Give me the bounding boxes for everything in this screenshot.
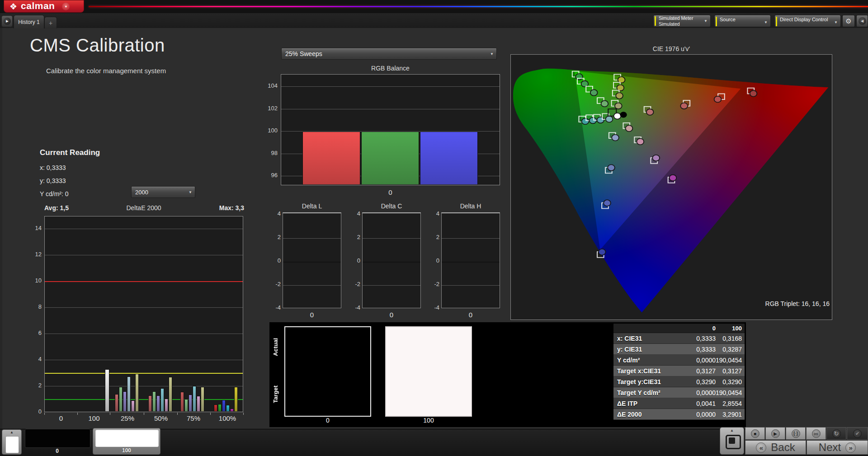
meter-status-bar <box>655 16 656 26</box>
calman-menu-button[interactable]: ❖ calman ▼ <box>4 0 84 13</box>
display-mode-control[interactable]: ▲ <box>720 427 744 455</box>
deltae-bar <box>222 400 226 412</box>
window-pattern-icon <box>726 435 741 449</box>
cie-measured-point <box>626 125 633 132</box>
step-button[interactable]: [·] <box>786 427 806 440</box>
refresh-button[interactable]: ↻ <box>826 427 846 440</box>
deltae-bar <box>214 404 217 412</box>
row-label: ΔE 2000 <box>613 411 686 418</box>
deltae-bar <box>115 394 118 412</box>
confirm-button[interactable]: ✔ <box>847 427 868 440</box>
tab-scroll-button[interactable]: ▶ <box>1 15 13 27</box>
calman-logo-text: calman <box>21 0 55 11</box>
table-header: 0100 <box>613 324 745 333</box>
deltae-bar <box>193 386 196 412</box>
display-control-dropdown[interactable]: Direct Display Control ▼ <box>774 15 841 27</box>
stop-button[interactable]: ■ <box>745 427 765 440</box>
stop-icon: ■ <box>754 431 756 436</box>
patch-100-label: 100 <box>385 417 472 424</box>
target-row-label: Target <box>272 385 279 403</box>
tab-scroll-icon: ▶ <box>4 18 11 25</box>
y-tick-label: -2 <box>350 281 360 287</box>
cie-measured-point <box>637 139 644 145</box>
y-tick-label: 0 <box>350 257 360 264</box>
chevron-down-icon: ▼ <box>834 20 838 24</box>
deltae-bar <box>123 391 127 412</box>
row-label: Target y:CIE31 <box>613 378 686 385</box>
y-tick-label: 4 <box>32 356 42 362</box>
row-label: x: CIE31 <box>613 335 686 342</box>
sweeps-dropdown[interactable]: 25% Sweeps ▼ <box>281 48 497 60</box>
cie-measured-point <box>612 135 619 141</box>
deltae-bar <box>131 400 135 412</box>
top-bar: ❖ calman ▼ <box>0 0 868 13</box>
cie-measured-point <box>615 103 622 109</box>
row-value: 0,0000 <box>686 411 716 418</box>
next-label: Next <box>819 441 841 454</box>
row-value: 0,3290 <box>686 378 716 385</box>
deltae-2000-chart: Avg: 1,5 DeltaE 2000 Max: 3,3 1412108642… <box>32 204 246 430</box>
next-button[interactable]: Next » <box>807 440 868 455</box>
up-arrow-icon: ▲ <box>720 428 744 432</box>
sweeps-value: 25% Sweeps <box>282 50 487 57</box>
table-row: Y cd/m²0,0000190,0454 <box>613 355 745 366</box>
delta-chart-x-label: 0 <box>283 311 341 319</box>
calman-diamond-icon: ❖ <box>9 2 17 11</box>
deltae-bar <box>230 409 234 412</box>
cie-measured-point <box>601 101 608 107</box>
deltae-bar <box>105 369 109 412</box>
deltae-bar <box>180 392 184 412</box>
window-size-dropdown[interactable]: 2000 ▼ <box>131 186 195 198</box>
display-dropdown-label: Direct Display Control <box>780 17 831 23</box>
deltae-title: DeltaE 2000 <box>44 204 243 212</box>
y-tick-label: -2 <box>429 281 439 287</box>
deltae-bar <box>184 399 188 412</box>
tab-history-1[interactable]: History 1 <box>14 15 44 28</box>
gridline <box>442 285 500 286</box>
source-dropdown[interactable]: Source ▼ <box>714 15 771 27</box>
gridline <box>45 386 243 386</box>
pattern-100-button[interactable]: 100 <box>93 428 160 455</box>
cie-measured-point <box>590 89 598 96</box>
chevron-down-icon: ▼ <box>704 19 708 23</box>
row-value: 0,3168 <box>716 335 744 342</box>
cie-measured-point <box>599 249 606 255</box>
row-value: 190,0454 <box>716 389 744 396</box>
deltae-bar <box>156 395 160 412</box>
table-row: ΔE ITP0,00412,8554 <box>613 398 745 409</box>
rgb-balance-x-label: 0 <box>281 188 500 196</box>
settings-button[interactable]: ⚙ <box>842 15 855 27</box>
pattern-0-button[interactable] <box>25 429 90 448</box>
row-label: y: CIE31 <box>613 346 686 353</box>
deltae-bar <box>197 396 200 412</box>
source-status-bar <box>716 17 717 26</box>
cie-measured-point <box>652 155 660 161</box>
deltae-bar <box>201 387 204 412</box>
y-tick-label: 100 <box>262 127 278 134</box>
cie-1976-diagram <box>510 54 832 320</box>
tab-bar: ▶ History 1 + Simulated MeterSimulated ▼… <box>0 13 868 28</box>
window-size-value: 2000 <box>132 189 186 196</box>
y-tick-label: 0 <box>32 408 42 415</box>
meter-dropdown[interactable]: Simulated MeterSimulated ▼ <box>653 15 711 27</box>
display-status-bar <box>776 17 777 26</box>
loop-button[interactable]: ∞ <box>806 427 826 440</box>
cie-measured-point <box>576 74 583 80</box>
logo-caret-icon[interactable]: ▼ <box>62 3 70 10</box>
y-tick-label: 4 <box>271 210 281 217</box>
x-tick-label: 50% <box>147 414 175 422</box>
pattern-window-control[interactable]: ▲ <box>2 429 22 455</box>
add-tab-button[interactable]: + <box>44 17 57 28</box>
cie-title: CIE 1976 u'v' <box>510 45 832 52</box>
collapse-panel-button[interactable]: ◀ <box>856 15 868 27</box>
table-row: Target x:CIE310,31270,3127 <box>613 366 745 376</box>
row-label: Y cd/m² <box>613 357 686 364</box>
y-tick-label: 8 <box>32 303 42 310</box>
delta-chart-x-label: 0 <box>441 311 500 319</box>
row-value: 3,2901 <box>716 411 744 418</box>
row-value: 0,3287 <box>716 346 744 353</box>
gridline <box>45 360 243 360</box>
play-button[interactable]: ▶ <box>765 427 785 440</box>
x-tick-label: 100% <box>214 414 241 422</box>
back-button[interactable]: « Back <box>745 440 806 455</box>
